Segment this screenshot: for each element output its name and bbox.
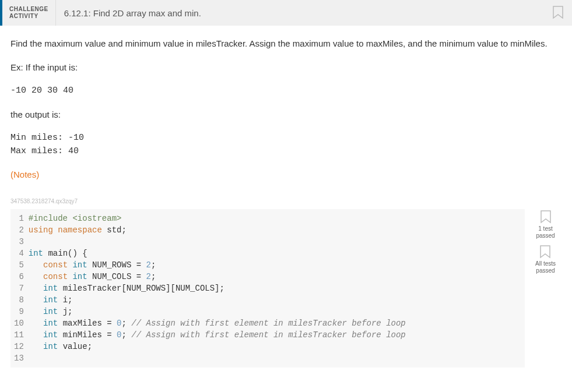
line-number: 12	[14, 341, 24, 352]
activity-title: 6.12.1: Find 2D array max and min.	[56, 0, 209, 26]
line-gutter: 12345678910111213	[10, 209, 29, 368]
instruction-p3: the output is:	[10, 108, 562, 122]
code-line[interactable]: int i;	[29, 294, 406, 306]
activity-header: CHALLENGE ACTIVITY 6.12.1: Find 2D array…	[0, 0, 572, 26]
content-area: Find the maximum value and minimum value…	[0, 26, 572, 379]
instruction-p2: Ex: If the input is:	[10, 61, 562, 75]
line-number: 9	[14, 306, 24, 317]
status-all-tests-line2: passed	[536, 267, 555, 274]
status-all-tests: All tests passed	[535, 245, 556, 274]
code-editor[interactable]: 12345678910111213 #include <iostream>usi…	[10, 209, 525, 368]
instruction-p1: Find the maximum value and minimum value…	[10, 37, 562, 51]
code-lines[interactable]: #include <iostream>using namespace std; …	[29, 209, 410, 368]
status-one-test-line1: 1 test	[538, 225, 552, 232]
code-line[interactable]: int j;	[29, 306, 406, 317]
notes-link[interactable]: (Notes)	[10, 168, 39, 182]
code-line[interactable]: int minMiles = 0; // Assign with first e…	[29, 329, 406, 341]
instructions: Find the maximum value and minimum value…	[10, 37, 562, 198]
line-number: 6	[14, 271, 24, 282]
status-column: 1 test passed All tests passed	[529, 209, 562, 368]
status-one-test: 1 test passed	[536, 210, 555, 239]
code-line[interactable]: int maxMiles = 0; // Assign with first e…	[29, 317, 406, 329]
line-number: 4	[14, 248, 24, 259]
example-output: Min miles: -10 Max miles: 40	[10, 132, 562, 158]
challenge-label: CHALLENGE ACTIVITY	[2, 0, 56, 26]
code-line[interactable]: #include <iostream>	[29, 213, 406, 224]
example-input: -10 20 30 40	[10, 84, 562, 98]
code-line[interactable]	[29, 236, 406, 248]
bookmark-icon[interactable]	[544, 0, 572, 26]
code-line[interactable]: int main() {	[29, 248, 406, 259]
challenge-label-line2: ACTIVITY	[9, 13, 48, 20]
code-line[interactable]: using namespace std;	[29, 224, 406, 236]
line-number: 2	[14, 224, 24, 236]
line-number: 13	[14, 352, 24, 364]
code-line[interactable]: int milesTracker[NUM_ROWS][NUM_COLS];	[29, 282, 406, 294]
line-number: 8	[14, 294, 24, 306]
code-line[interactable]: const int NUM_ROWS = 2;	[29, 259, 406, 271]
question-id: 347538.2318274.qx3zqy7	[10, 198, 562, 204]
line-number: 7	[14, 282, 24, 294]
line-number: 3	[14, 236, 24, 248]
challenge-label-line1: CHALLENGE	[9, 6, 48, 13]
status-one-test-line2: passed	[536, 232, 555, 239]
line-number: 10	[14, 317, 24, 329]
status-all-tests-line1: All tests	[535, 260, 556, 267]
line-number: 1	[14, 213, 24, 224]
code-line[interactable]	[29, 352, 406, 364]
line-number: 11	[14, 329, 24, 341]
code-line[interactable]: int value;	[29, 341, 406, 352]
code-line[interactable]: const int NUM_COLS = 2;	[29, 271, 406, 282]
bookmark-icon	[539, 245, 551, 259]
code-area: 12345678910111213 #include <iostream>usi…	[10, 209, 562, 368]
bookmark-icon	[540, 210, 552, 224]
line-number: 5	[14, 259, 24, 271]
